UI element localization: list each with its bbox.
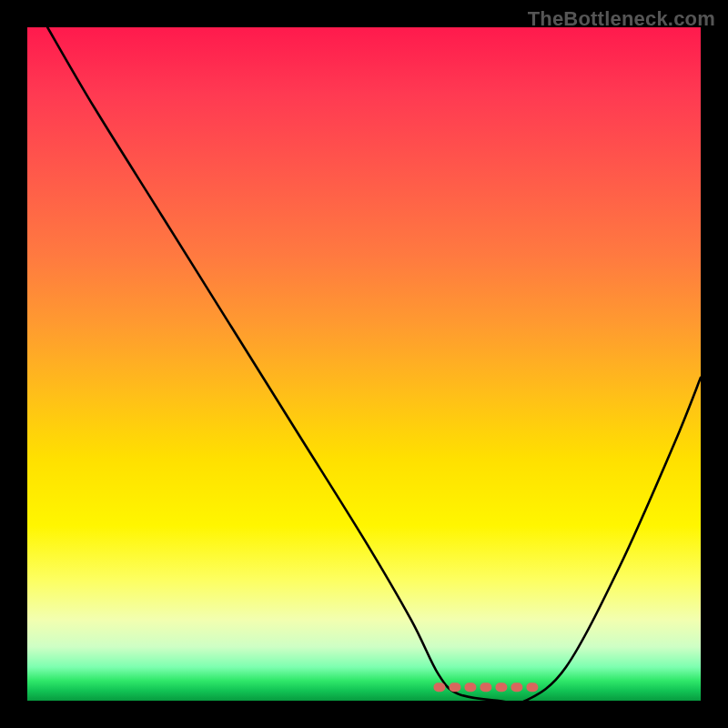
gradient-background <box>27 27 701 701</box>
chart-frame: TheBottleneck.com <box>0 0 728 728</box>
plot-area <box>27 27 701 701</box>
